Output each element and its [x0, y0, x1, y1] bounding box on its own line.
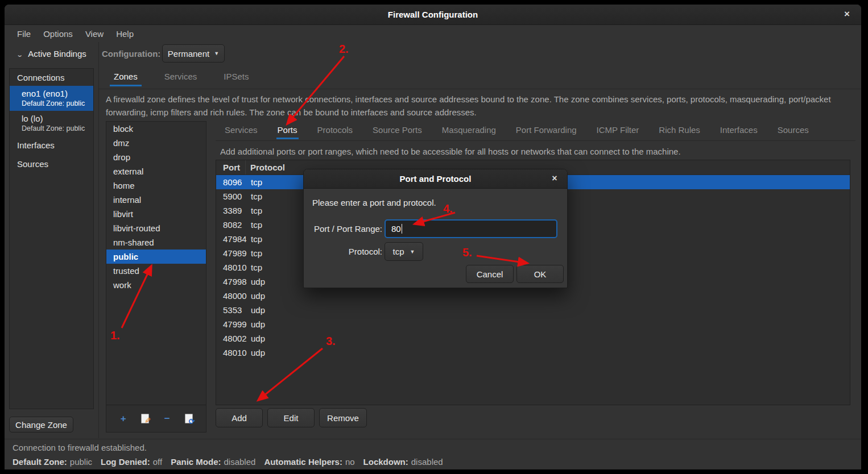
subtab-rich-rules[interactable]: Rich Rules [658, 122, 701, 139]
menu-file[interactable]: File [11, 26, 37, 42]
zone-dmz[interactable]: dmz [106, 136, 206, 150]
protocol-dropdown[interactable]: tcp ▼ [385, 242, 423, 261]
configuration-dropdown[interactable]: Permanent ▼ [162, 44, 225, 63]
zone-nm-shared[interactable]: nm-shared [106, 235, 206, 250]
cell-protocol: tcp [246, 232, 262, 246]
zone-external[interactable]: external [106, 164, 206, 178]
column-protocol[interactable]: Protocol [246, 160, 285, 174]
menu-options[interactable]: Options [37, 26, 79, 42]
protocol-label: Protocol: [309, 247, 382, 256]
subtab-masquerading[interactable]: Masquerading [441, 122, 497, 139]
subtab-protocols[interactable]: Protocols [316, 122, 354, 139]
status-label: Default Zone: [13, 457, 67, 467]
port-range-input[interactable]: 80 [385, 219, 557, 238]
cell-port: 47989 [216, 246, 246, 260]
subtab-services[interactable]: Services [224, 122, 259, 139]
cell-port: 5900 [216, 189, 246, 203]
status-value: no [345, 457, 355, 467]
reload-zone-icon[interactable]: ⟳ [184, 414, 194, 424]
edit-zone-icon[interactable]: ✎ [140, 414, 150, 424]
subtab-source-ports[interactable]: Source Ports [371, 122, 423, 139]
status-value: public [70, 457, 92, 467]
zone-libvirt-routed[interactable]: libvirt-routed [106, 221, 206, 235]
cell-port: 47998 [216, 275, 246, 289]
change-zone-button[interactable]: Change Zone [9, 417, 73, 433]
connections-panel: Connections eno1 (eno1)Default Zone: pub… [9, 68, 94, 409]
text-caret [402, 224, 403, 234]
tab-ipsets[interactable]: IPSets [220, 68, 253, 86]
connection-item-eno1-eno1-[interactable]: eno1 (eno1)Default Zone: public [10, 86, 93, 111]
connections-header: Connections [10, 69, 93, 86]
cell-protocol: udp [246, 275, 265, 289]
firewall-config-window: Firewall Configuration × FileOptionsView… [5, 5, 861, 469]
status-value: disabled [411, 457, 443, 467]
protocol-value: tcp [393, 247, 404, 256]
remove-zone-icon[interactable]: − [162, 414, 172, 424]
zone-internal[interactable]: internal [106, 193, 206, 207]
table-row[interactable]: 48010udp [216, 346, 850, 360]
cell-protocol: tcp [246, 175, 262, 189]
cell-port: 8096 [216, 175, 246, 189]
connection-zone: Default Zone: public [22, 99, 93, 107]
titlebar[interactable]: Firewall Configuration × [5, 5, 861, 25]
zone-drop[interactable]: drop [106, 150, 206, 164]
subtab-sources[interactable]: Sources [776, 122, 810, 139]
window-title: Firewall Configuration [388, 10, 478, 19]
status-field-default-zone-: Default Zone:public [13, 457, 92, 467]
subtab-interfaces[interactable]: Interfaces [719, 122, 759, 139]
connection-zone: Default Zone: public [22, 124, 93, 132]
ok-button[interactable]: OK [516, 265, 564, 283]
add-zone-icon[interactable]: + [118, 414, 129, 424]
dialog-close-icon[interactable]: × [547, 169, 563, 189]
table-row[interactable]: 47999udp [216, 317, 850, 331]
table-row[interactable]: 5353udp [216, 303, 850, 317]
zone-trusted[interactable]: trusted [106, 264, 206, 278]
edit-port-button[interactable]: Edit [267, 408, 315, 427]
cell-protocol: tcp [246, 246, 262, 260]
remove-port-button[interactable]: Remove [319, 408, 367, 427]
status-value: off [153, 457, 162, 467]
connection-status: Connection to firewalld established. [13, 443, 147, 452]
zone-home[interactable]: home [106, 178, 206, 193]
active-bindings-expander[interactable]: ⌄Active Bindings [17, 45, 86, 63]
zone-libvirt[interactable]: libvirt [106, 207, 206, 221]
subtabs-separator [216, 140, 855, 141]
tab-zones[interactable]: Zones [110, 68, 142, 86]
tabs-separator [99, 89, 861, 89]
zone-work[interactable]: work [106, 278, 206, 292]
zone-block[interactable]: block [106, 122, 206, 136]
sidebar-item-interfaces[interactable]: Interfaces [10, 136, 93, 155]
table-row[interactable]: 48000udp [216, 289, 850, 303]
cell-protocol: tcp [246, 203, 262, 218]
window-close-icon[interactable]: × [838, 5, 855, 25]
zone-subtabs: ServicesPortsProtocolsSource PortsMasque… [224, 122, 828, 141]
statusbar-fields: Default Zone:publicLog Denied:offPanic M… [13, 457, 443, 467]
cell-port: 48010 [216, 346, 246, 360]
sidebar-item-sources[interactable]: Sources [10, 155, 93, 173]
connection-item-lo-lo-[interactable]: lo (lo)Default Zone: public [10, 111, 93, 136]
menu-view[interactable]: View [79, 26, 110, 42]
subtab-port-forwarding[interactable]: Port Forwarding [515, 122, 578, 139]
column-port[interactable]: Port [216, 160, 246, 174]
subtab-icmp-filter[interactable]: ICMP Filter [596, 122, 640, 139]
status-label: Log Denied: [101, 457, 150, 467]
menu-help[interactable]: Help [110, 26, 140, 42]
subtab-ports[interactable]: Ports [276, 122, 299, 139]
cell-protocol: udp [246, 346, 265, 360]
dialog-titlebar[interactable]: Port and Protocol × [304, 169, 567, 189]
status-label: Panic Mode: [171, 457, 221, 467]
zone-description: A firewalld zone defines the level of tr… [106, 93, 855, 119]
dropdown-arrow-icon: ▼ [410, 249, 415, 255]
tab-services[interactable]: Services [160, 68, 201, 86]
cancel-button[interactable]: Cancel [466, 265, 514, 283]
zone-public[interactable]: public [106, 250, 206, 264]
cell-port: 5353 [216, 303, 246, 317]
cell-port: 8082 [216, 218, 246, 232]
status-field-panic-mode-: Panic Mode:disabled [171, 457, 255, 467]
cell-port: 48010 [216, 260, 246, 275]
sidebar-divider [98, 42, 99, 438]
cell-protocol: udp [246, 317, 265, 331]
table-row[interactable]: 48002udp [216, 331, 850, 346]
add-port-button[interactable]: Add [216, 408, 263, 427]
dialog-title: Port and Protocol [400, 174, 472, 184]
